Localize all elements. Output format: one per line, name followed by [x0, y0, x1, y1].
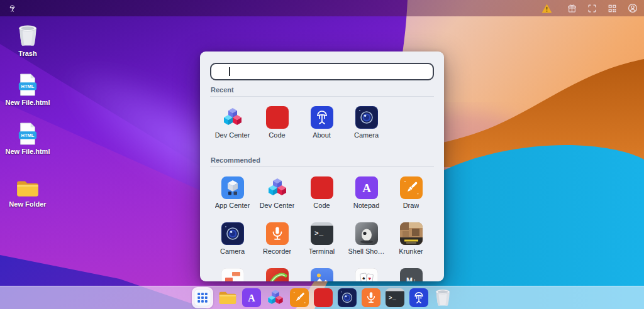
app-label: Krunker — [399, 247, 423, 256]
svg-text:>_: >_ — [314, 230, 324, 237]
puter-logo-icon[interactable] — [6, 3, 18, 14]
svg-text:>_: >_ — [389, 295, 397, 301]
app-blocks-game[interactable] — [210, 268, 255, 281]
app-icon — [221, 222, 244, 245]
app-app-center[interactable]: App Center — [210, 176, 255, 210]
app-label: Dev Center — [215, 131, 250, 139]
app-icon — [266, 222, 289, 245]
app-label: Terminal — [309, 247, 335, 256]
dock-files[interactable] — [218, 288, 237, 307]
app-label: About — [313, 131, 331, 139]
app-recorder[interactable]: Recorder — [255, 222, 299, 256]
app-icon — [221, 268, 244, 281]
search-box — [210, 63, 434, 80]
section-title: Recent — [211, 86, 434, 94]
account-icon[interactable] — [627, 3, 638, 14]
app-grid: App Center Dev Center Code A Notepad Dra… — [210, 176, 434, 281]
app-icon — [311, 176, 333, 199]
svg-text:M↓: M↓ — [406, 276, 416, 282]
top-bar — [0, 0, 644, 16]
dock-puter[interactable] — [409, 288, 428, 307]
gift-icon[interactable] — [567, 3, 577, 14]
dock-trash[interactable] — [433, 288, 452, 307]
app-fruit-game[interactable] — [255, 268, 299, 281]
search-icon — [216, 67, 226, 77]
section-recent: Recent Dev Center Code About Camera — [210, 86, 434, 139]
section-title: Recommended — [211, 156, 434, 164]
app-terminal[interactable]: >_ Terminal — [299, 222, 344, 256]
app-code[interactable]: Code — [255, 106, 299, 139]
app-icon — [311, 268, 333, 281]
desktop-icon-new-file-html[interactable]: HTML New File.html — [8, 121, 48, 155]
section-recommended: Recommended App Center Dev Center Code A… — [210, 156, 434, 281]
desktop-icon-image: HTML — [17, 121, 38, 146]
desktop: Trash HTML New File.html HTML New File.h… — [0, 0, 644, 309]
search-input[interactable] — [233, 67, 429, 77]
app-icon — [266, 176, 289, 199]
app-icon: ♠♥ — [355, 268, 378, 281]
app-icon — [221, 176, 244, 199]
app-dev-center[interactable]: Dev Center — [210, 106, 255, 139]
app-icon — [311, 106, 333, 129]
app-icon: >_ — [311, 222, 333, 245]
warning-icon[interactable] — [541, 3, 552, 14]
launcher-popup: Recent Dev Center Code About Camera Reco… — [200, 52, 444, 281]
app-code[interactable]: Code — [299, 176, 344, 210]
app-dev-center[interactable]: Dev Center — [255, 176, 299, 210]
svg-text:A: A — [248, 293, 255, 303]
svg-text:HTML: HTML — [21, 84, 35, 89]
app-notepad[interactable]: A Notepad — [344, 176, 389, 210]
launcher-sections: Recent Dev Center Code About Camera Reco… — [210, 86, 434, 281]
app-draw[interactable]: Draw — [389, 176, 433, 210]
dock-code[interactable] — [314, 288, 333, 307]
app-about[interactable]: About — [299, 106, 344, 139]
desktop-icon-trash[interactable]: Trash — [8, 23, 48, 57]
fullscreen-icon[interactable] — [587, 3, 597, 14]
desktop-icon-label: New File.html — [6, 99, 50, 106]
app-grid: Dev Center Code About Camera — [210, 106, 434, 139]
desktop-icon-label: New File.html — [6, 148, 50, 155]
desktop-icon-image — [16, 173, 40, 198]
desktop-icon-image: HTML — [17, 72, 38, 97]
taskbar: A>_ — [0, 286, 644, 309]
app-label: Shell Sho… — [348, 247, 384, 256]
svg-text:HTML: HTML — [21, 133, 35, 138]
app-label: Code — [313, 202, 330, 210]
topbar-tray — [541, 3, 638, 14]
app-icon — [400, 176, 423, 199]
text-caret — [229, 67, 230, 76]
dock-launcher[interactable] — [192, 287, 213, 308]
dock-dev-center[interactable] — [266, 288, 285, 307]
desktop-icon-new-file-html[interactable]: HTML New File.html — [8, 72, 48, 106]
app-icon — [355, 106, 378, 129]
app-icon — [266, 106, 289, 129]
dock-terminal[interactable]: >_ — [386, 288, 404, 307]
dock-camera[interactable] — [338, 288, 357, 307]
desktop-icon-new-folder[interactable]: New Folder — [8, 173, 48, 208]
app-label: Camera — [220, 247, 245, 256]
qr-code-icon[interactable] — [607, 3, 618, 14]
app-label: Camera — [354, 131, 379, 139]
app-label: App Center — [215, 202, 250, 210]
dock-draw[interactable] — [290, 288, 309, 307]
app-camera[interactable]: Camera — [344, 106, 389, 139]
app-label: Draw — [403, 202, 419, 210]
desktop-icon-label: Trash — [18, 50, 36, 57]
dock-notepad[interactable]: A — [242, 288, 261, 307]
app-shell-sho-[interactable]: Shell Sho… — [344, 222, 389, 256]
desktop-icon-label: New Folder — [9, 200, 46, 208]
app-icon — [355, 222, 378, 245]
app-krunker[interactable]: Krunker — [389, 222, 433, 256]
app-camera[interactable]: Camera — [210, 222, 255, 256]
app-icon: M↓ — [400, 268, 423, 281]
app-solitaire[interactable]: ♠♥ — [344, 268, 389, 281]
app-label: Dev Center — [260, 202, 295, 210]
app-icon — [266, 268, 289, 281]
section-divider — [210, 96, 434, 97]
app-label: Notepad — [353, 202, 380, 210]
app-markdown[interactable]: M↓ — [389, 268, 433, 281]
svg-text:A: A — [362, 182, 371, 195]
dock-recorder[interactable] — [362, 288, 380, 307]
desktop-icon-image — [17, 23, 38, 48]
app-image-viewer[interactable] — [299, 268, 344, 281]
